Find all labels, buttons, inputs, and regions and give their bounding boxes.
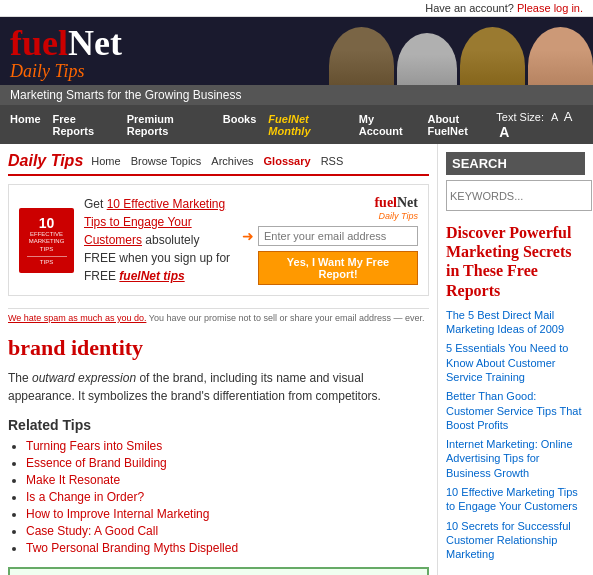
text-size-medium[interactable]: A bbox=[564, 109, 573, 124]
topbar: Have an account? Please log in. bbox=[0, 0, 593, 17]
breadcrumb-archives[interactable]: Archives bbox=[211, 155, 253, 167]
breadcrumb-title: Daily Tips bbox=[8, 152, 83, 170]
sidebar-promo-link-5[interactable]: 10 Effective Marketing Tips to Engage Yo… bbox=[446, 485, 585, 514]
promo-book: 10 EFFECTIVE MARKETING TIPS TIPS bbox=[19, 208, 74, 273]
bottom-promo: fuelNet Marketing Smarts "Are you ready … bbox=[8, 567, 429, 575]
sidebar-promo-link-1[interactable]: The 5 Best Direct Mail Marketing Ideas o… bbox=[446, 308, 585, 337]
promo-link1[interactable]: 10 Effective Marketing Tips to Engage Yo… bbox=[84, 197, 225, 247]
main-content: Daily Tips Home Browse Topics Archives G… bbox=[0, 144, 438, 575]
sidebar-promo-link-6[interactable]: 10 Secrets for Successful Customer Relat… bbox=[446, 519, 585, 562]
nav-monthly[interactable]: FuelNet Monthly bbox=[268, 113, 346, 137]
nav-premium-reports[interactable]: Premium Reports bbox=[127, 113, 211, 137]
list-item: Make It Resonate bbox=[26, 473, 429, 487]
promo-headline: Get 10 Effective Marketing Tips to Engag… bbox=[84, 195, 232, 285]
logo-daily: Daily Tips bbox=[10, 61, 122, 82]
related-title: Related Tips bbox=[8, 417, 429, 433]
promo-book-tips: TIPS bbox=[27, 256, 67, 265]
list-item: Is a Change in Order? bbox=[26, 490, 429, 504]
logo: fuelNet Daily Tips bbox=[10, 25, 122, 82]
related-link-1[interactable]: Turning Fears into Smiles bbox=[26, 439, 162, 453]
sidebar: SEARCH GO ▶ Discover Powerful Marketing … bbox=[438, 144, 593, 575]
text-size-small[interactable]: A bbox=[551, 111, 558, 123]
sidebar-promo-link-4[interactable]: Internet Marketing: Online Advertising T… bbox=[446, 437, 585, 480]
breadcrumb-rss[interactable]: RSS bbox=[321, 155, 344, 167]
promo-submit-button[interactable]: Yes, I Want My Free Report! bbox=[258, 251, 418, 285]
text-size-label: Text Size: bbox=[496, 111, 544, 123]
related-link-7[interactable]: Two Personal Branding Myths Dispelled bbox=[26, 541, 238, 555]
promo-right: fuelNet Daily Tips ➜ Yes, I Want My Free… bbox=[242, 195, 418, 285]
promo-box: 10 EFFECTIVE MARKETING TIPS TIPS Get 10 … bbox=[8, 184, 429, 296]
related-link-6[interactable]: Case Study: A Good Call bbox=[26, 524, 158, 538]
spam-link[interactable]: We hate spam as much as you do. bbox=[8, 313, 146, 323]
logo-text: fuelNet bbox=[10, 25, 122, 61]
promo-link2[interactable]: fuelNet tips bbox=[119, 269, 184, 283]
breadcrumb-home[interactable]: Home bbox=[91, 155, 120, 167]
list-item: Turning Fears into Smiles bbox=[26, 439, 429, 453]
promo-arrow-row: ➜ bbox=[242, 226, 418, 246]
text-size: Text Size: A A A bbox=[496, 109, 583, 140]
sidebar-promo-link-2[interactable]: 5 Essentials You Need to Know About Cust… bbox=[446, 341, 585, 384]
highlight-text: outward expression bbox=[32, 371, 136, 385]
search-box: SEARCH GO ▶ bbox=[446, 152, 585, 211]
article-title: brand identity bbox=[8, 335, 429, 361]
related-link-2[interactable]: Essence of Brand Building bbox=[26, 456, 167, 470]
related-link-3[interactable]: Make It Resonate bbox=[26, 473, 120, 487]
promo-book-num: 10 bbox=[39, 215, 55, 231]
nav-links: Home Free Reports Premium Reports Books … bbox=[10, 113, 496, 137]
list-item: How to Improve Internal Marketing bbox=[26, 507, 429, 521]
nav-my-account[interactable]: My Account bbox=[359, 113, 416, 137]
nav-about[interactable]: About FuelNet bbox=[427, 113, 496, 137]
sidebar-promo-1: Discover Powerful Marketing Secrets in T… bbox=[446, 223, 585, 562]
related-list: Turning Fears into Smiles Essence of Bra… bbox=[8, 439, 429, 555]
promo-logo-fuel: fuel bbox=[374, 195, 397, 210]
nav-home[interactable]: Home bbox=[10, 113, 41, 137]
breadcrumb-links: Home Browse Topics Archives Glossary RSS bbox=[91, 155, 343, 167]
site-header: fuelNet Daily Tips Marketing Smarts for … bbox=[0, 17, 593, 105]
email-input[interactable] bbox=[258, 226, 418, 246]
article-body: The outward expression of the brand, inc… bbox=[8, 369, 429, 405]
main-nav: Home Free Reports Premium Reports Books … bbox=[0, 105, 593, 144]
promo-arrow-icon: ➜ bbox=[242, 228, 254, 244]
promo-logo-net: Net bbox=[397, 195, 418, 210]
topbar-text: Have an account? bbox=[425, 2, 514, 14]
breadcrumb-glossary[interactable]: Glossary bbox=[264, 155, 311, 167]
article: brand identity The outward expression of… bbox=[8, 335, 429, 405]
list-item: Two Personal Branding Myths Dispelled bbox=[26, 541, 429, 555]
related-link-4[interactable]: Is a Change in Order? bbox=[26, 490, 144, 504]
breadcrumb: Daily Tips Home Browse Topics Archives G… bbox=[8, 152, 429, 176]
promo-book-subtext: EFFECTIVE MARKETING TIPS bbox=[22, 231, 71, 253]
sidebar-promo-link-3[interactable]: Better Than Good: Customer Service Tips … bbox=[446, 389, 585, 432]
spam-notice: We hate spam as much as you do. You have… bbox=[8, 308, 429, 323]
list-item: Essence of Brand Building bbox=[26, 456, 429, 470]
logo-fuel: fuel bbox=[10, 23, 68, 63]
search-title: SEARCH bbox=[446, 152, 585, 175]
content-wrapper: Daily Tips Home Browse Topics Archives G… bbox=[0, 144, 593, 575]
search-input[interactable] bbox=[446, 180, 592, 211]
nav-free-reports[interactable]: Free Reports bbox=[53, 113, 115, 137]
nav-books[interactable]: Books bbox=[223, 113, 257, 137]
text-size-large[interactable]: A bbox=[499, 124, 509, 140]
logo-net: Net bbox=[68, 23, 122, 63]
login-link[interactable]: Please log in. bbox=[517, 2, 583, 14]
related-link-5[interactable]: How to Improve Internal Marketing bbox=[26, 507, 209, 521]
promo-logo: fuelNet Daily Tips bbox=[374, 195, 418, 221]
related-tips: Related Tips Turning Fears into Smiles E… bbox=[8, 417, 429, 555]
breadcrumb-browse[interactable]: Browse Topics bbox=[131, 155, 202, 167]
header-tagline: Marketing Smarts for the Growing Busines… bbox=[0, 85, 593, 105]
sidebar-promo-1-title: Discover Powerful Marketing Secrets in T… bbox=[446, 223, 585, 300]
promo-text: Get 10 Effective Marketing Tips to Engag… bbox=[84, 195, 232, 285]
list-item: Case Study: A Good Call bbox=[26, 524, 429, 538]
search-row: GO ▶ bbox=[446, 180, 585, 211]
spam-text: You have our promise not to sell or shar… bbox=[149, 313, 425, 323]
promo-logo-daily: Daily Tips bbox=[374, 211, 418, 221]
